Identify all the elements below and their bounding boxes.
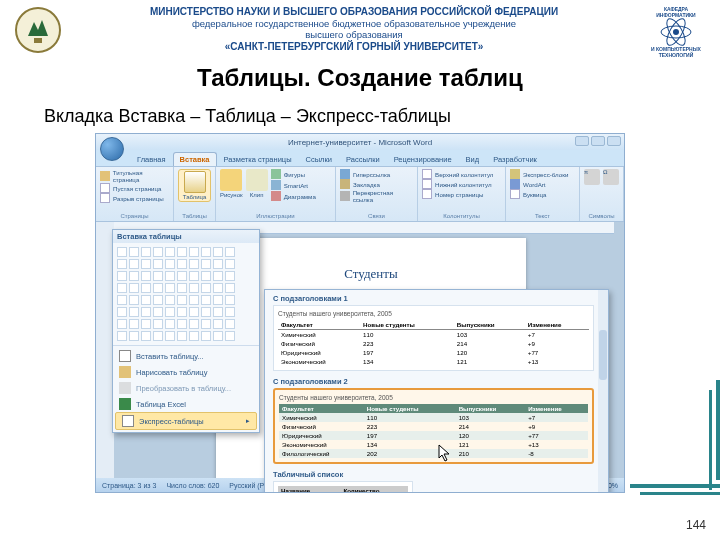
header-line2: федеральное государственное бюджетное об… (72, 18, 636, 29)
slide-decoration (630, 380, 720, 500)
gallery-item-2[interactable]: Студенты нашего университета, 2005 Факул… (273, 388, 594, 464)
header-line3: высшего образования (72, 29, 636, 40)
header-text: МИНИСТЕРСТВО НАУКИ И ВЫСШЕГО ОБРАЗОВАНИЯ… (72, 6, 636, 53)
status-page: Страница: 3 из 3 (102, 482, 156, 489)
tab-review[interactable]: Рецензирование (387, 152, 459, 166)
window-titlebar: Интернет-университет - Microsoft Word (96, 134, 624, 150)
convert-table-item[interactable]: Преобразовать в таблицу... (113, 380, 259, 396)
clip-button[interactable]: Клип (246, 169, 268, 201)
gallery-item-1[interactable]: Студенты нашего университета, 2005 Факул… (273, 305, 594, 371)
status-words: Число слов: 620 (166, 482, 219, 489)
ribbon-tabs: Главная Вставка Разметка страницы Ссылки… (130, 150, 624, 166)
wordart-button[interactable]: WordArt (510, 179, 575, 189)
picture-button[interactable]: Рисунок (220, 169, 243, 201)
preview-table-3: НазваниеКоличество Книги1 Журналы3 Блокн… (278, 486, 408, 493)
tab-layout[interactable]: Разметка страницы (217, 152, 299, 166)
word-screenshot: Интернет-университет - Microsoft Word Гл… (95, 133, 625, 493)
tab-home[interactable]: Главная (130, 152, 173, 166)
insert-table-item[interactable]: Вставить таблицу... (113, 348, 259, 364)
svg-point-5 (673, 29, 679, 35)
equation-button[interactable]: π (584, 169, 600, 185)
table-button[interactable]: Таблица (178, 169, 211, 202)
footer-button[interactable]: Нижний колонтитул (422, 179, 501, 189)
header-line4: «САНКТ-ПЕТЕРБУРГСКИЙ ГОРНЫЙ УНИВЕРСИТЕТ» (72, 41, 636, 53)
pagenum-button[interactable]: Номер страницы (422, 189, 501, 199)
quick-tables-gallery: С подзаголовками 1 Студенты нашего униве… (264, 289, 609, 493)
dropcap-button[interactable]: Буквица (510, 189, 575, 199)
hyperlink-button[interactable]: Гиперссылка (340, 169, 413, 179)
gallery-section-1: С подзаголовками 1 (273, 294, 594, 303)
window-controls[interactable] (575, 136, 621, 146)
smartart-button[interactable]: SmartArt (271, 180, 316, 190)
chevron-right-icon: ▸ (246, 417, 250, 425)
gallery-item-3[interactable]: НазваниеКоличество Книги1 Журналы3 Блокн… (273, 481, 413, 493)
slide-number: 144 (686, 518, 706, 532)
crossref-button[interactable]: Перекрестная ссылка (340, 189, 413, 203)
ribbon: Титульная страница Пустая страница Разры… (96, 166, 624, 222)
symbol-button[interactable]: Ω (603, 169, 619, 185)
page-break-button[interactable]: Разрыв страницы (100, 193, 169, 203)
university-emblem-left (14, 6, 62, 54)
window-title: Интернет-университет - Microsoft Word (288, 138, 432, 147)
excel-table-item[interactable]: Таблица Excel (113, 396, 259, 412)
tab-mailings[interactable]: Рассылки (339, 152, 387, 166)
mouse-cursor-icon (438, 444, 452, 464)
close-button (607, 136, 621, 146)
office-button[interactable] (100, 137, 124, 161)
insert-table-head: Вставка таблицы (113, 230, 259, 243)
draw-table-item[interactable]: Нарисовать таблицу (113, 364, 259, 380)
gallery-section-2: С подзаголовками 2 (273, 377, 594, 386)
svg-rect-1 (34, 38, 42, 43)
insert-table-dropdown: Вставка таблицы Вставить таблицу... Нари… (112, 229, 260, 433)
minimize-button (575, 136, 589, 146)
tab-view[interactable]: Вид (459, 152, 487, 166)
maximize-button (591, 136, 605, 146)
chart-button[interactable]: Диаграмма (271, 191, 316, 201)
doc-heading: Студенты (216, 266, 526, 282)
dept-emblem-right: КАФЕДРА ИНФОРМАТИКИ И КОМПЬЮТЕРНЫХ ТЕХНО… (646, 6, 706, 62)
header-button[interactable]: Верхний колонтитул (422, 169, 501, 179)
shapes-button[interactable]: Фигуры (271, 169, 316, 179)
ministry-line: МИНИСТЕРСТВО НАУКИ И ВЫСШЕГО ОБРАЗОВАНИЯ… (72, 6, 636, 18)
gallery-section-3: Табличный список (273, 470, 594, 479)
slide-caption: Вкладка Вставка – Таблица – Экспресс-таб… (44, 106, 720, 127)
bookmark-button[interactable]: Закладка (340, 179, 413, 189)
slide-title: Таблицы. Создание таблиц (0, 64, 720, 92)
tab-developer[interactable]: Разработчик (486, 152, 544, 166)
blank-page-button[interactable]: Пустая страница (100, 183, 169, 193)
quick-tables-item[interactable]: Экспресс-таблицы▸ (115, 412, 257, 430)
preview-table-1: ФакультетНовые студентыВыпускникиИзменен… (278, 320, 589, 366)
cover-page-button[interactable]: Титульная страница (100, 169, 169, 183)
quickparts-button[interactable]: Экспресс-блоки (510, 169, 575, 179)
gallery-scrollbar[interactable] (598, 290, 608, 493)
preview-table-2: ФакультетНовые студентыВыпускникиИзменен… (279, 404, 588, 458)
table-grid-picker[interactable] (113, 243, 259, 345)
tab-references[interactable]: Ссылки (299, 152, 339, 166)
tab-insert[interactable]: Вставка (173, 152, 217, 166)
